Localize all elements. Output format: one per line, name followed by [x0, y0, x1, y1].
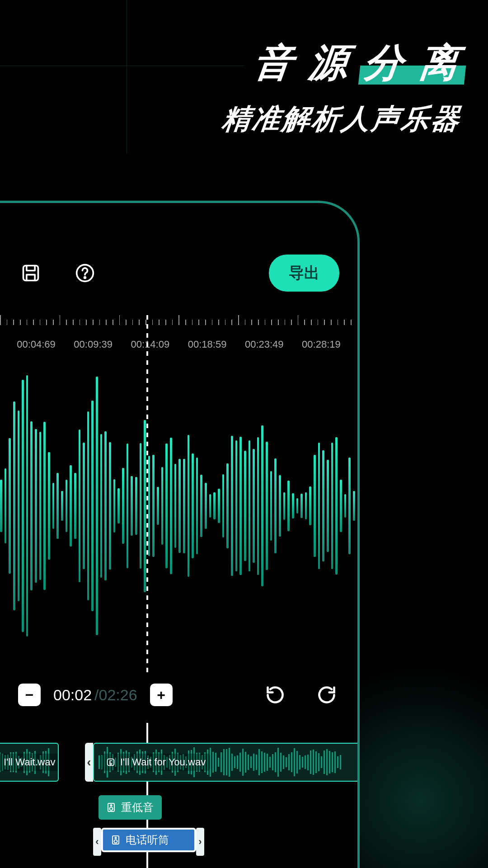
export-button[interactable]: 导出 [269, 255, 339, 292]
phone-chip-handle-right[interactable]: › [196, 828, 204, 856]
speaker-icon [106, 802, 117, 813]
help-button[interactable] [72, 260, 98, 286]
undo-icon [265, 685, 285, 705]
clip-timeline: I'll Wait.wav ‹ I'll Wait for You.wav [0, 723, 357, 868]
clip-trim-handle-left[interactable]: ‹ [85, 743, 93, 782]
svg-rect-0 [23, 266, 38, 281]
top-toolbar: 导出 [0, 257, 357, 289]
time-total: 02:26 [99, 686, 137, 703]
zoom-out-button[interactable]: − [18, 684, 41, 706]
save-button[interactable] [18, 260, 43, 286]
ruler-time-label: 00:23:49 [242, 339, 287, 350]
clip-label-main: I'll Wait for You.wav [120, 756, 206, 768]
time-display: 00:02 /02:26 [53, 686, 137, 704]
phone-effect-container: ‹ 电话听筒 › [93, 828, 204, 856]
main-waveform[interactable] [0, 361, 357, 651]
headline-line-2: 精准解析人声乐器 [221, 100, 463, 138]
ruler-time-label: 00:18:59 [185, 339, 230, 350]
phone-icon [110, 835, 121, 845]
svg-point-8 [114, 840, 117, 843]
svg-point-9 [115, 837, 117, 839]
playhead[interactable] [146, 315, 148, 672]
redo-button[interactable] [314, 682, 339, 708]
audio-clip-main[interactable]: I'll Wait for You.wav [93, 743, 360, 782]
headline-accent: 分 离 [362, 43, 463, 82]
svg-point-6 [111, 805, 112, 806]
audio-clip-partial[interactable]: I'll Wait.wav [0, 743, 59, 782]
phone-frame: 导出 00:04:6900:09:3900:14:0900:18:5900:23… [0, 201, 360, 868]
ruler-time-label: 00:09:39 [70, 339, 116, 350]
save-icon [21, 263, 41, 283]
svg-point-5 [110, 807, 113, 811]
help-icon [75, 263, 95, 283]
phone-chip-handle-left[interactable]: ‹ [93, 828, 101, 856]
promo-headline: 音 源 分 离 精准解析人声乐器 [222, 43, 461, 138]
time-current: 00:02 [53, 686, 92, 704]
playback-controls: − 00:02 /02:26 + [0, 672, 357, 717]
undo-button[interactable] [263, 682, 288, 708]
headline-line-1: 音 源 分 离 [220, 43, 463, 82]
time-labels: 00:04:6900:09:3900:14:0900:18:5900:23:49… [0, 339, 357, 350]
bass-chip-label: 重低音 [121, 800, 154, 815]
zoom-in-button[interactable]: + [150, 684, 173, 706]
bass-effect-chip[interactable]: 重低音 [99, 795, 162, 820]
clip-label-partial: I'll Wait.wav [4, 756, 56, 768]
phone-chip-label: 电话听筒 [126, 833, 169, 847]
phone-effect-chip[interactable]: 电话听筒 [101, 828, 196, 852]
ruler-time-label: 00:28:19 [299, 339, 344, 350]
ruler-time-label: 00:14:09 [127, 339, 173, 350]
redo-icon [317, 685, 337, 705]
svg-point-2 [84, 277, 86, 278]
ruler-time-label: 00:04:69 [14, 339, 59, 350]
time-ruler[interactable] [0, 315, 357, 325]
music-note-icon [106, 757, 116, 767]
headline-part1: 音 源 [252, 41, 353, 84]
